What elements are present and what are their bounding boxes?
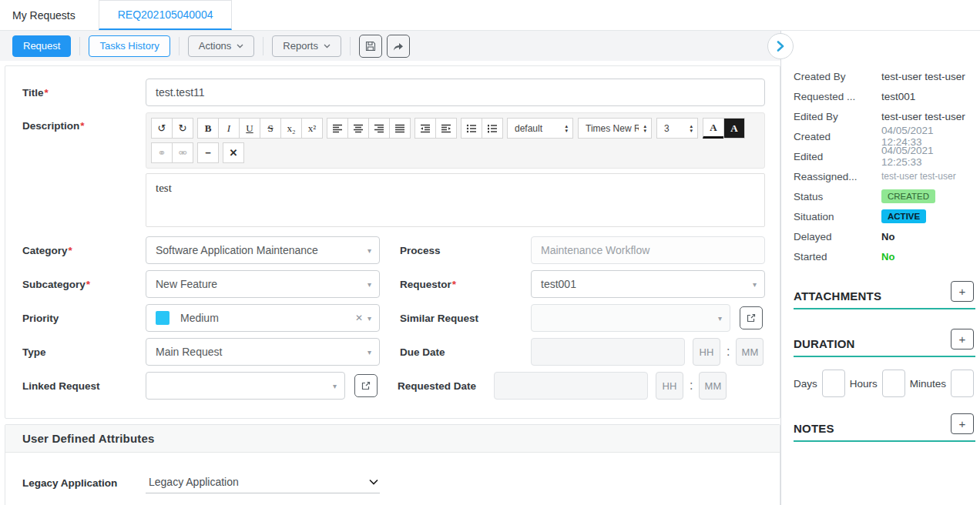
strikethrough-button[interactable]: S <box>260 118 281 139</box>
undo-icon[interactable]: ↺ <box>151 118 173 139</box>
type-select[interactable]: Main Request ▾ <box>146 338 380 366</box>
chevron-right-icon <box>777 41 784 52</box>
linked-request-open-button[interactable] <box>354 374 378 397</box>
font-size-select[interactable]: 3 ▴▾ <box>656 118 698 139</box>
bold-button[interactable]: B <box>197 118 219 139</box>
hours-input[interactable] <box>882 370 905 397</box>
info-value: test-user test-user <box>881 111 965 122</box>
info-row-edited: Edited 04/05/2021 12:25:33 <box>794 146 975 166</box>
italic-button[interactable]: I <box>218 118 240 139</box>
info-value: test001 <box>881 91 915 102</box>
linked-requested-row: Linked Request ▾ Requested Date : <box>5 372 780 400</box>
ordered-list-icon[interactable] <box>482 118 503 139</box>
paragraph-style-select[interactable]: default ▴▾ <box>507 118 573 139</box>
save-button[interactable] <box>359 35 382 58</box>
toolbar-separator <box>263 37 263 55</box>
underline-button[interactable]: U <box>239 118 260 139</box>
dropdown-icon: ▾ <box>368 348 371 356</box>
tab-request-id[interactable]: REQ202105040004 <box>99 0 233 30</box>
actions-dropdown-button[interactable]: Actions <box>188 35 255 57</box>
form-content: Title* Description* ↺ ↻ <box>0 61 780 505</box>
add-note-button[interactable]: + <box>951 413 974 434</box>
attachments-section: ATTACHMENTS + <box>794 279 975 309</box>
days-input[interactable] <box>822 370 845 397</box>
clear-formatting-icon[interactable]: ✕ <box>223 142 244 163</box>
stepper-icon: ▴▾ <box>643 124 646 133</box>
tasks-history-button[interactable]: Tasks History <box>89 35 169 57</box>
requested-date-label: Requested Date <box>378 380 494 392</box>
requested-date-hour-input[interactable] <box>656 372 683 400</box>
dropdown-icon: ▾ <box>333 382 337 390</box>
legacy-application-select[interactable]: Legacy Application <box>146 473 380 493</box>
category-select[interactable]: Software Application Maintenance ▾ <box>146 236 380 264</box>
similar-request-label: Similar Request <box>380 313 531 324</box>
action-toolbar: Request Tasks History Actions Reports <box>0 31 780 61</box>
priority-label: Priority <box>5 313 146 324</box>
info-row-status: Status CREATED <box>794 186 975 206</box>
duration-inputs-row: Days Hours Minutes <box>794 370 975 397</box>
description-textarea[interactable]: test <box>146 173 765 227</box>
stepper-icon: ▴▾ <box>690 124 693 133</box>
process-input: Maintenance Workflow <box>531 236 765 264</box>
requestor-select[interactable]: test001 ▾ <box>531 270 765 298</box>
info-row-requested-by: Requested ... test001 <box>794 86 975 106</box>
required-marker: * <box>45 87 49 99</box>
notes-section: NOTES + <box>794 411 975 442</box>
priority-select[interactable]: Medium ✕ ▾ <box>146 304 380 332</box>
requested-date-minute-input[interactable] <box>699 372 727 400</box>
info-row-edited-by: Edited By test-user test-user <box>794 106 975 126</box>
dropdown-icon: ▾ <box>718 314 722 323</box>
unordered-list-icon[interactable] <box>461 118 482 139</box>
info-label: Requested ... <box>794 91 881 102</box>
actions-label: Actions <box>199 40 232 52</box>
linked-request-select[interactable]: ▾ <box>146 372 345 400</box>
add-duration-button[interactable]: + <box>951 329 974 349</box>
toolbar-separator <box>179 37 180 55</box>
minutes-label: Minutes <box>910 378 946 390</box>
insert-link-icon[interactable]: ⚭ <box>151 142 173 163</box>
info-label: Reassigned... <box>794 171 881 182</box>
required-marker: * <box>80 120 84 132</box>
add-attachment-button[interactable]: + <box>951 281 974 302</box>
title-input[interactable] <box>146 79 765 106</box>
reports-dropdown-button[interactable]: Reports <box>272 35 341 57</box>
priority-similar-row: Priority Medium ✕ ▾ Similar Request ▾ <box>5 304 780 332</box>
outdent-icon[interactable] <box>414 118 436 139</box>
similar-request-select[interactable]: ▾ <box>531 304 730 332</box>
user-defined-attributes-card: User Defined Attributes Legacy Applicati… <box>5 424 780 505</box>
subcategory-select[interactable]: New Feature ▾ <box>146 270 380 298</box>
unlink-icon[interactable]: ⚮ <box>172 142 193 163</box>
indent-icon[interactable] <box>435 118 457 139</box>
background-color-button[interactable]: A <box>723 118 745 139</box>
type-duedate-row: Type Main Request ▾ Due Date : <box>5 338 780 366</box>
minutes-input[interactable] <box>951 370 974 397</box>
tab-my-requests[interactable]: My Requests <box>0 0 88 30</box>
uda-section-title: User Defined Attributes <box>5 425 780 453</box>
font-family-select[interactable]: Times New Rc ▴▾ <box>578 118 652 139</box>
align-center-icon[interactable] <box>347 118 369 139</box>
share-button[interactable] <box>387 35 410 58</box>
superscript-button[interactable]: x² <box>301 118 323 139</box>
hours-label: Hours <box>850 378 878 390</box>
clear-selection-icon[interactable]: ✕ <box>355 313 363 323</box>
redo-icon[interactable]: ↻ <box>172 118 193 139</box>
info-row-reassigned: Reassigned... test-user test-user <box>794 166 975 186</box>
due-date-minute-input[interactable] <box>736 338 764 366</box>
due-date-hour-input[interactable] <box>693 338 720 366</box>
requested-date-input[interactable] <box>494 372 648 400</box>
due-date-input[interactable] <box>531 338 685 366</box>
collapse-sidebar-button[interactable] <box>767 33 794 59</box>
subscript-button[interactable]: x₂ <box>280 118 302 139</box>
request-button[interactable]: Request <box>12 35 71 57</box>
align-left-icon[interactable] <box>327 118 348 139</box>
info-label: Edited <box>794 151 881 162</box>
align-justify-icon[interactable] <box>389 118 411 139</box>
required-marker: * <box>69 245 72 256</box>
text-color-button[interactable]: A <box>703 118 724 139</box>
chevron-down-icon <box>369 479 378 485</box>
horizontal-rule-icon[interactable]: − <box>197 142 219 163</box>
align-right-icon[interactable] <box>368 118 390 139</box>
tab-bar: My Requests REQ202105040004 <box>0 0 980 31</box>
info-value: No <box>881 231 894 242</box>
similar-request-open-button[interactable] <box>740 306 763 329</box>
